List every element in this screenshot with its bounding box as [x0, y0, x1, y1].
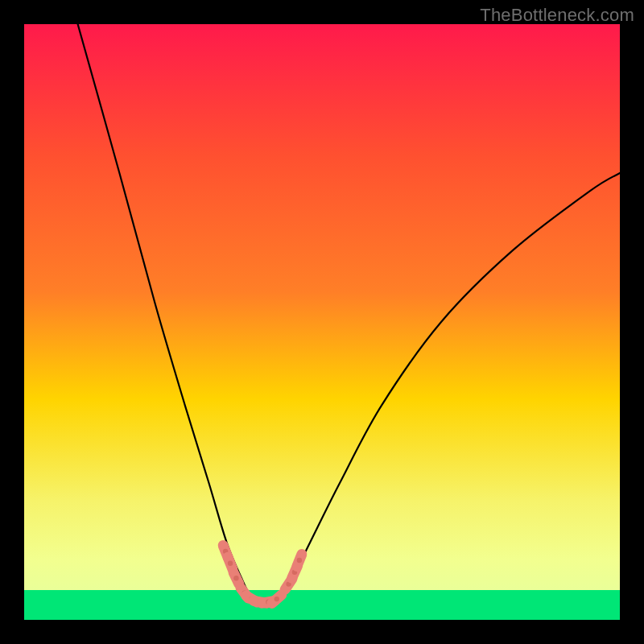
bottleneck-chart — [24, 24, 620, 620]
curve-marker-dot — [228, 561, 233, 566]
outer-frame: TheBottleneck.com — [0, 0, 644, 644]
gradient-background — [24, 24, 620, 620]
curve-marker-dot — [275, 597, 279, 601]
chart-svg — [24, 24, 620, 620]
curve-marker-dot — [297, 558, 302, 563]
baseline-band — [24, 590, 620, 620]
watermark-text: TheBottleneck.com — [480, 5, 634, 26]
curve-marker-dot — [233, 576, 238, 580]
